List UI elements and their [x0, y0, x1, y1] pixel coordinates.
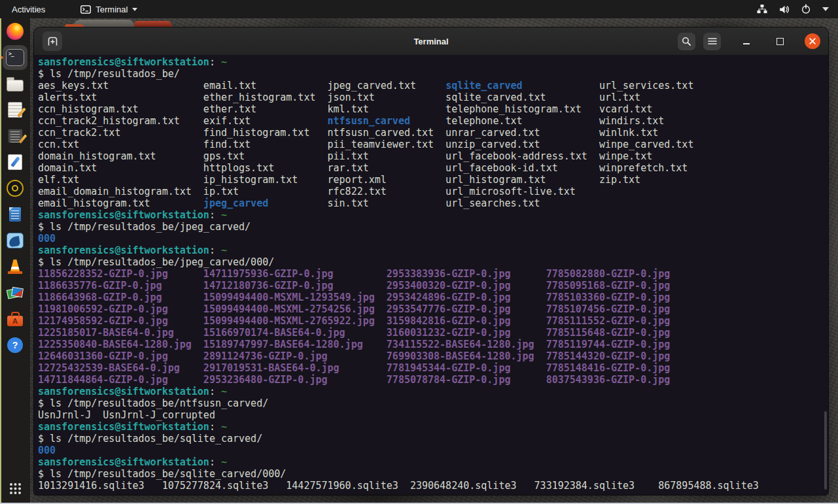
- terminal-line: sansforensics@siftworkstation: ~: [38, 456, 828, 468]
- minimize-button[interactable]: [739, 33, 754, 50]
- dock-item-help[interactable]: [0, 332, 30, 358]
- new-tab-icon: [47, 36, 58, 47]
- dock-item-terminal[interactable]: [0, 44, 30, 71]
- terminal-line: 11856228352-GZIP-0.jpg 14711975936-GZIP-…: [38, 268, 828, 280]
- terminal-line: $ ls /tmp/resultados_be/ntfsusn_carved/: [38, 397, 828, 409]
- network-tree-icon: [757, 4, 767, 14]
- notes-editor-icon: [8, 102, 22, 118]
- terminal-line: $ ls /tmp/resultados_be/sqlite_carved/00…: [38, 468, 828, 480]
- top-bar: Activities Terminal: [0, 0, 838, 18]
- dock-item-pencil-editor[interactable]: [0, 149, 30, 175]
- activities-button[interactable]: Activities: [0, 0, 57, 18]
- dock-item-document[interactable]: [0, 201, 30, 227]
- pencil-editor-icon: [8, 154, 22, 170]
- new-tab-button[interactable]: [43, 31, 62, 51]
- help-icon: [7, 337, 23, 353]
- terminal-line: email_domain_histogram.txt ip.txt rfc822…: [38, 186, 828, 197]
- terminal-line: email_histogram.txt jpeg_carved sin.txt …: [38, 197, 828, 209]
- dock-item-toolbox[interactable]: [0, 306, 30, 332]
- files-icon: [7, 80, 24, 92]
- wireshark-icon: [7, 233, 24, 248]
- document-icon: [9, 207, 21, 222]
- terminal-line: 1225350840-BASE64-1280.jpg 15189747997-B…: [38, 339, 828, 350]
- terminal-line: UsnJrnl-J UsnJrnl-J_corrupted: [38, 409, 828, 421]
- show-apps-button[interactable]: [0, 475, 30, 501]
- dock-item-photos[interactable]: [0, 280, 30, 306]
- system-tray[interactable]: [748, 0, 838, 18]
- dock-items: [0, 18, 30, 358]
- chevron-down-icon: [132, 8, 137, 11]
- dock-item-firefox[interactable]: [0, 18, 30, 44]
- terminal-line: sansforensics@siftworkstation: ~: [38, 244, 828, 256]
- terminal-line: ccn.txt find.txt pii_teamviewer.txt unzi…: [38, 139, 828, 150]
- terminal-line: ccn_track2.txt find_histogram.txt ntfsus…: [38, 127, 828, 139]
- search-button[interactable]: [678, 33, 695, 50]
- screen: Activities Terminal: [0, 0, 838, 504]
- chevron-down-icon: [822, 7, 829, 11]
- terminal-line: sansforensics@siftworkstation: ~: [38, 209, 828, 221]
- menu-button[interactable]: [703, 33, 721, 50]
- screen-left-edge: [0, 18, 1, 504]
- photos-icon: [7, 286, 24, 300]
- terminal-line: 1225185017-BASE64-0.jpg 15166970174-BASE…: [38, 327, 828, 339]
- terminal-line: 000: [38, 233, 828, 244]
- maximize-button[interactable]: [772, 33, 788, 50]
- terminal-line: $ ls /tmp/resultados_be/sqlite_carved/: [38, 433, 828, 445]
- disc-icon: [7, 180, 24, 197]
- app-menu-terminal[interactable]: Terminal: [77, 0, 141, 18]
- terminal-line: domain_histogram.txt gps.txt pii.txt url…: [38, 150, 828, 162]
- terminal-output[interactable]: sansforensics@siftworkstation: ~$ ls /tm…: [34, 55, 828, 495]
- terminal-line: elf.txt ip_histogram.txt report.xml url_…: [38, 174, 828, 186]
- dock-item-disc[interactable]: [0, 175, 30, 201]
- terminal-line: $ ls /tmp/resultados_be/: [38, 68, 828, 80]
- terminal-line: 000: [38, 445, 828, 456]
- terminal-line: 11981006592-GZIP-0.jpg 15099494400-MSXML…: [38, 303, 828, 315]
- terminal-line: 12646031360-GZIP-0.jpg 2891124736-GZIP-0…: [38, 350, 828, 362]
- terminal-line: ccn_track2_histogram.txt exif.txt ntfsus…: [38, 115, 828, 127]
- terminal-mini-icon: [80, 5, 91, 14]
- terminal-line: 12725432539-BASE64-0.jpg 2917019531-BASE…: [38, 362, 828, 374]
- terminal-icon: [6, 49, 24, 66]
- terminal-line: sansforensics@siftworkstation: ~: [38, 386, 828, 397]
- terminal-line: alerts.txt ether_histogram.txt json.txt …: [38, 92, 828, 103]
- power-icon: [801, 4, 811, 14]
- terminal-line: aes_keys.txt email.txt jpeg_carved.txt s…: [38, 80, 828, 92]
- dock-item-wireshark[interactable]: [0, 227, 30, 254]
- firefox-icon: [7, 23, 24, 40]
- dock-item-notes-editor[interactable]: [0, 97, 30, 123]
- hamburger-icon: [708, 37, 717, 45]
- minimize-icon: [743, 43, 750, 44]
- close-icon: [809, 37, 816, 45]
- app-menu-label: Terminal: [96, 5, 128, 14]
- dock-item-files[interactable]: [0, 71, 30, 97]
- toolbox-icon: [7, 316, 23, 326]
- vlc-icon: [7, 260, 23, 274]
- dock-item-vlc[interactable]: [0, 254, 30, 280]
- terminal-line: $ ls /tmp/resultados_be/jpeg_carved/: [38, 221, 828, 233]
- dock-item-hex-editor[interactable]: [0, 123, 30, 149]
- terminal-line: 1186635776-GZIP-0.jpg 14712180736-GZIP-0…: [38, 280, 828, 292]
- hex-editor-icon: [8, 129, 23, 143]
- search-icon: [682, 37, 691, 46]
- terminal-scrollbar[interactable]: [824, 411, 827, 490]
- terminal-line: domain.txt httplogs.txt rar.txt url_face…: [38, 162, 828, 174]
- volume-icon: [778, 4, 790, 15]
- window-headerbar[interactable]: Terminal: [34, 27, 828, 56]
- show-apps-icon: [9, 482, 21, 494]
- terminal-window: Terminal: [34, 27, 828, 495]
- terminal-line: 1186643968-GZIP-0.jpg 15099494400-MSXML-…: [38, 292, 828, 303]
- terminal-line: ccn_histogram.txt ether.txt kml.txt tele…: [38, 103, 828, 115]
- terminal-line: sansforensics@siftworkstation: ~: [38, 421, 828, 433]
- terminal-line: 1013291416.sqlite3 1075277824.sqlite3 14…: [38, 480, 828, 492]
- terminal-line: 14711844864-GZIP-0.jpg 2953236480-GZIP-0…: [38, 374, 828, 386]
- close-button[interactable]: [805, 33, 820, 49]
- terminal-line: $ ls /tmp/resultados_be/jpeg_carved/000/: [38, 256, 828, 268]
- maximize-icon: [777, 38, 784, 45]
- terminal-line: sansforensics@siftworkstation: ~: [38, 56, 828, 68]
- terminal-line: 12174958592-GZIP-0.jpg 15099494400-MSXML…: [38, 315, 828, 327]
- dock: [0, 18, 30, 504]
